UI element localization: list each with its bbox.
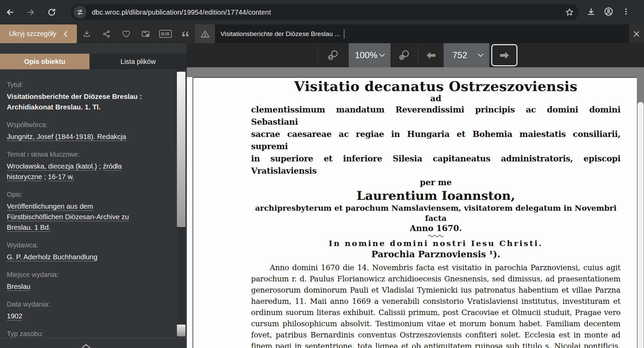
doc-body-line: haeredum, 11. Maii anno 1669 a venerabil… [251, 296, 621, 307]
tab-file-list[interactable]: Lista plików [89, 54, 187, 69]
download-publication-button[interactable] [77, 24, 97, 43]
browser-back-button[interactable] [3, 5, 18, 20]
main-split: Opis obiektu Lista plików Tytuł:Visitati… [0, 43, 644, 348]
doc-preamble-line: in superiore et inferiore Silesia capita… [251, 153, 621, 177]
bibliography-button[interactable]: BIB [156, 24, 176, 43]
publication-tab[interactable]: Visitationsberichte der Diözese Breslau … [215, 24, 629, 43]
doc-author-subtitle: archipresbyterum et parochum Namslaviens… [251, 203, 621, 223]
zoom-out-button[interactable] [317, 43, 349, 67]
viewer-toolbar: 100% 752 [187, 43, 644, 67]
zoom-in-magnifier-icon [398, 49, 411, 62]
details-sidebar: Opis obiektu Lista plików Tytuł:Visitati… [0, 43, 187, 348]
browser-reload-button[interactable] [44, 5, 59, 20]
field-value: Veröffentlichungen aus dem Fürstbischöfl… [7, 201, 143, 232]
field-label: Tytuł: [7, 81, 143, 89]
metadata-link[interactable]: Wrocławska, diecezja (katol.) [7, 162, 97, 170]
doc-invocation: In nomine domini nostri Iesu Christi. [251, 238, 621, 248]
zoom-in-button[interactable] [391, 43, 418, 67]
doc-body-line: generosorum dominorum Pauli et Vladislai… [251, 284, 621, 296]
field-value: G. P. Aderholz Buchhandlung [7, 251, 143, 262]
field-value: Visitationsberichte der Diözese Breslau … [7, 91, 143, 112]
dlibra-viewer-window: dbc.wroc.pl/dlibra/publication/19954/edi… [0, 0, 644, 348]
doc-body-line: Anno domini 1670 die 14. Novembris facta… [251, 262, 621, 273]
field-label: Opis: [7, 191, 143, 198]
chevron-left-icon [63, 31, 68, 37]
sidebar-scrollbar[interactable] [177, 69, 185, 338]
doc-preamble: clementissimum mandatum Reverendissimi p… [251, 104, 621, 177]
doc-body-line: ordinum suorum literas exhibuit. Calissi… [251, 307, 621, 318]
metadata-link[interactable]: Veröffentlichungen aus dem Fürstbischöfl… [7, 202, 129, 231]
publication-info-button[interactable] [136, 24, 156, 43]
page-number-value: 752 [452, 50, 478, 60]
sidebar-scrollbar-button[interactable] [177, 325, 185, 336]
close-icon [633, 31, 640, 37]
page-number-dropdown[interactable]: 752 [444, 43, 489, 67]
field-label: Wydawca: [7, 241, 143, 249]
downloads-button[interactable] [587, 7, 596, 18]
chevron-down-icon [478, 53, 484, 57]
document-scrollbar[interactable] [637, 67, 644, 348]
close-button[interactable] [629, 24, 644, 43]
frame-gear-icon [142, 30, 150, 38]
doc-per-me: per me [251, 177, 621, 188]
field-label: Data wydania: [7, 300, 143, 308]
sidebar-footer [0, 338, 187, 348]
document-canvas[interactable]: Visitatio decanatus Ostrzeszoviensis ad … [187, 67, 644, 348]
metadata-link[interactable]: G. P. Aderholz Buchhandlung [7, 253, 97, 261]
doc-body-line: parochum r. d. Paulus Florianowicz archi… [251, 273, 621, 284]
profile-icon [604, 7, 613, 16]
doc-ad: ad [251, 93, 621, 104]
hide-details-button[interactable]: Ukryj szczegóły [0, 24, 77, 43]
doc-body-line: finem pagi in septentrione, tota lignea … [251, 341, 621, 348]
document-page[interactable]: Visitatio decanatus Ostrzeszoviensis ad … [193, 77, 637, 348]
field-value: 1902 [7, 311, 143, 321]
reload-icon [47, 8, 56, 17]
zoom-level-dropdown[interactable]: 100% [349, 43, 391, 67]
doc-body-paragraph: Anno domini 1670 die 14. Novembris facta… [251, 262, 621, 348]
favorite-button[interactable] [116, 24, 136, 43]
sidebar-tabs: Opis obiektu Lista plików [0, 54, 187, 69]
dlibra-toolbar: Ukryj szczegóły BIB Visitationsberichte … [0, 24, 644, 43]
report-problem-button[interactable] [195, 24, 215, 43]
profile-button[interactable] [604, 7, 613, 18]
previous-page-button[interactable] [418, 43, 443, 67]
field-label: Współtwórca: [7, 121, 143, 129]
share-icon [102, 30, 111, 38]
field-label: Miejsce wydania: [7, 271, 143, 279]
download-icon [587, 7, 596, 16]
ornament-squiggle [251, 233, 621, 238]
star-icon [565, 8, 574, 17]
share-button[interactable] [97, 24, 116, 43]
document-viewer: 100% 752 [187, 43, 644, 348]
tab-object-description[interactable]: Opis obiektu [0, 54, 89, 69]
zoom-out-magnifier-icon [327, 49, 340, 62]
metadata-link[interactable]: 16-17 w. [48, 173, 75, 180]
bib-icon: BIB [159, 30, 172, 38]
doc-preamble-line: sacrae caesareae ac regiae in Hungaria e… [251, 128, 621, 153]
kebab-menu-icon [622, 7, 630, 16]
metadata-panel: Tytuł:Visitationsberichte der Diözese Br… [0, 69, 172, 338]
field-value: Jungnitz, Josef (1844-1918). Redakcja [7, 131, 143, 142]
field-value: Breslau [7, 281, 143, 292]
metadata-link[interactable]: Breslau [7, 282, 31, 290]
sidebar-scrollbar-thumb[interactable] [177, 72, 185, 227]
chevron-up-icon[interactable] [81, 343, 91, 348]
address-bar[interactable]: dbc.wroc.pl/dlibra/publication/19954/edi… [71, 4, 579, 20]
prev-arrow-icon [426, 52, 436, 59]
metadata-link[interactable]: Jungnitz, Josef (1844-1918). Redakcja [7, 133, 126, 140]
bookmark-button[interactable] [562, 5, 577, 20]
site-settings-button[interactable] [73, 6, 86, 19]
field-label: Temat i słowa kluczowe: [7, 151, 143, 158]
doc-parish-heading: Parochia Parznoviensis ¹). [251, 248, 621, 260]
back-arrow-icon [5, 7, 15, 17]
browser-forward-button[interactable] [23, 5, 38, 20]
doc-anno: Anno 1670. [251, 223, 621, 233]
doc-body-line: fovet, patribus Bernardinis conventus Os… [251, 329, 621, 341]
document-scrollbar-thumb[interactable] [638, 102, 644, 348]
doc-body-line: cursum philosophicum absolvit. Testimoni… [251, 318, 621, 329]
next-page-button[interactable] [490, 43, 518, 67]
citation-button[interactable] [176, 24, 195, 43]
browser-menu-button[interactable] [622, 7, 630, 17]
url-text[interactable]: dbc.wroc.pl/dlibra/publication/19954/edi… [92, 8, 562, 16]
metadata-link[interactable]: 1902 [7, 312, 22, 320]
